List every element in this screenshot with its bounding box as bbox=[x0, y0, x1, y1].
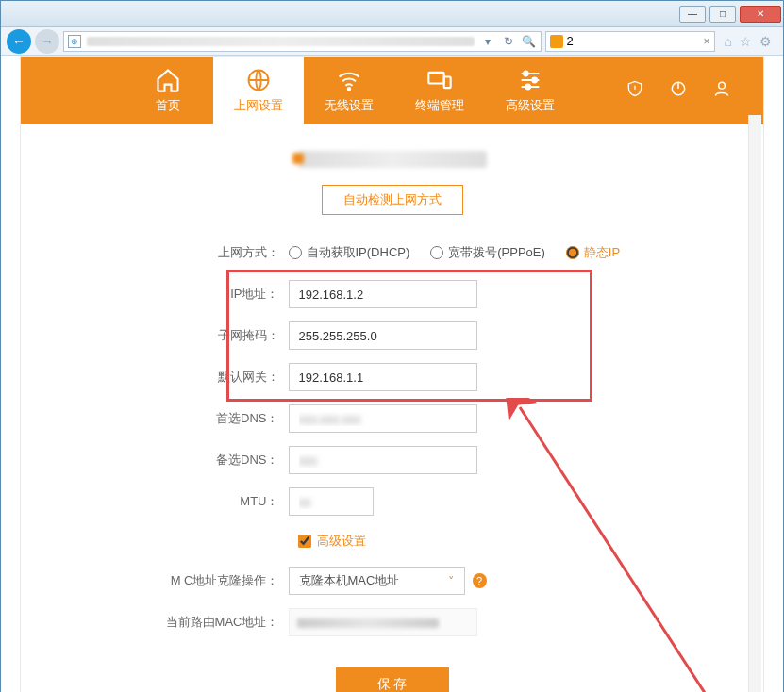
svg-point-6 bbox=[525, 85, 530, 90]
nav-label: 首页 bbox=[156, 97, 180, 114]
browser-window: — □ ✕ ← → ⊕ ▾ ↻ 🔍 2 × ⌂ ☆ ⚙ bbox=[0, 0, 784, 692]
close-button[interactable]: ✕ bbox=[740, 6, 781, 23]
gateway-input[interactable] bbox=[289, 363, 477, 391]
shield-icon[interactable] bbox=[626, 79, 644, 103]
mask-label: 子网掩码： bbox=[138, 327, 289, 344]
vertical-scrollbar[interactable] bbox=[748, 115, 761, 692]
radio-dhcp[interactable]: 自动获取IP(DHCP) bbox=[289, 244, 410, 261]
window-titlebar: — □ ✕ bbox=[1, 1, 783, 27]
gateway-label: 默认网关： bbox=[138, 369, 289, 386]
nav-internet-settings[interactable]: 上网设置 bbox=[213, 57, 304, 124]
nav-home[interactable]: 首页 bbox=[123, 57, 213, 124]
user-icon[interactable] bbox=[712, 79, 731, 103]
svg-point-1 bbox=[348, 88, 350, 90]
refresh-icon[interactable]: ↻ bbox=[501, 35, 516, 48]
tab-favicon bbox=[550, 35, 563, 48]
radio-static[interactable]: 静态IP bbox=[566, 244, 620, 261]
advanced-checkbox[interactable] bbox=[298, 535, 311, 548]
home-icon[interactable]: ⌂ bbox=[725, 34, 732, 49]
power-icon[interactable] bbox=[669, 79, 688, 103]
nav-label: 上网设置 bbox=[234, 97, 283, 114]
settings-content: 自动检测上网方式 上网方式： 自动获取IP(DHCP) 宽带拨号(PPPoE) … bbox=[21, 124, 763, 692]
browser-right-icons: ⌂ ☆ ⚙ bbox=[719, 34, 777, 49]
ip-label: IP地址： bbox=[138, 286, 289, 303]
address-bar[interactable]: ⊕ ▾ ↻ 🔍 bbox=[63, 31, 542, 52]
back-button[interactable]: ← bbox=[7, 29, 31, 54]
mask-input[interactable] bbox=[289, 321, 477, 350]
chevron-down-icon: ˅ bbox=[448, 574, 455, 588]
radio-pppoe[interactable]: 宽带拨号(PPPoE) bbox=[430, 244, 545, 261]
ip-input[interactable] bbox=[289, 280, 477, 308]
page-heading-blurred bbox=[298, 151, 487, 168]
maximize-button[interactable]: □ bbox=[709, 6, 736, 23]
search-icon[interactable]: 🔍 bbox=[522, 35, 537, 48]
minimize-button[interactable]: — bbox=[679, 6, 706, 23]
dns1-label: 首选DNS： bbox=[138, 410, 289, 427]
tab-close-icon[interactable]: × bbox=[704, 35, 710, 48]
mac-clone-label: M C地址克隆操作： bbox=[138, 572, 289, 589]
devices-icon bbox=[426, 67, 453, 93]
conn-type-label: 上网方式： bbox=[138, 244, 289, 261]
svg-rect-2 bbox=[428, 73, 443, 84]
nav-wireless[interactable]: 无线设置 bbox=[304, 57, 394, 124]
svg-point-5 bbox=[532, 78, 537, 83]
nav-label: 高级设置 bbox=[506, 97, 555, 114]
sliders-icon bbox=[517, 67, 543, 93]
browser-tab[interactable]: 2 × bbox=[545, 31, 715, 52]
url-text-blurred bbox=[87, 37, 475, 46]
dropdown-icon[interactable]: ▾ bbox=[480, 35, 495, 48]
mtu-input[interactable] bbox=[289, 487, 374, 516]
nav-clients[interactable]: 终端管理 bbox=[394, 57, 485, 124]
dns2-label: 备选DNS： bbox=[138, 452, 289, 469]
cur-mac-label: 当前路由MAC地址： bbox=[138, 614, 289, 631]
nav-advanced[interactable]: 高级设置 bbox=[485, 57, 575, 124]
star-icon[interactable]: ☆ bbox=[740, 34, 752, 49]
globe-icon bbox=[245, 67, 272, 93]
svg-rect-3 bbox=[444, 77, 451, 89]
mac-value-blurred bbox=[289, 608, 477, 636]
dns2-input[interactable] bbox=[289, 446, 477, 474]
nav-label: 无线设置 bbox=[325, 97, 374, 114]
nav-label: 终端管理 bbox=[415, 97, 464, 114]
router-page: 首页 上网设置 无线设置 终端管理 高级设置 bbox=[20, 56, 764, 692]
advanced-check-row[interactable]: 高级设置 bbox=[138, 522, 647, 560]
dns1-input[interactable] bbox=[289, 404, 477, 433]
svg-point-4 bbox=[524, 72, 528, 76]
help-icon[interactable]: ? bbox=[473, 573, 487, 588]
save-button[interactable]: 保 存 bbox=[336, 667, 449, 692]
site-shield-icon: ⊕ bbox=[68, 35, 81, 48]
tab-title: 2 bbox=[567, 34, 574, 48]
auto-detect-button[interactable]: 自动检测上网方式 bbox=[322, 185, 463, 215]
advanced-check-label: 高级设置 bbox=[317, 533, 366, 550]
browser-toolbar: ← → ⊕ ▾ ↻ 🔍 2 × ⌂ ☆ ⚙ bbox=[1, 27, 783, 56]
mac-clone-select[interactable]: 克隆本机MAC地址 ˅ bbox=[289, 567, 465, 595]
top-nav: 首页 上网设置 无线设置 终端管理 高级设置 bbox=[21, 57, 763, 124]
wifi-icon bbox=[336, 67, 362, 93]
home-icon bbox=[155, 67, 181, 93]
mtu-label: MTU： bbox=[138, 493, 289, 510]
gear-icon[interactable]: ⚙ bbox=[759, 34, 772, 49]
svg-point-8 bbox=[719, 82, 726, 89]
forward-button[interactable]: → bbox=[35, 29, 59, 54]
connection-type-row: 上网方式： 自动获取IP(DHCP) 宽带拨号(PPPoE) 静态IP bbox=[138, 232, 647, 273]
